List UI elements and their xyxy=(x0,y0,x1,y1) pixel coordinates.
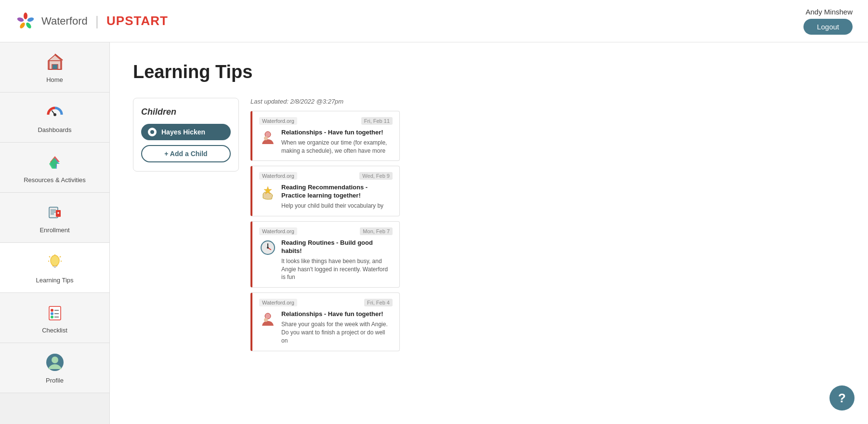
page-title: Learning Tips xyxy=(133,62,845,82)
user-name: Andy Minshew xyxy=(805,8,853,16)
tip-card[interactable]: Waterford.org Wed, Feb 9 Reading Recomme… xyxy=(250,166,400,216)
tip-source: Waterford.org xyxy=(259,172,297,180)
tip-body: Reading Routines - Build good habits! It… xyxy=(259,239,393,281)
sidebar-item-checklist-label: Checklist xyxy=(42,327,67,334)
tip-card-header: Waterford.org Fri, Feb 11 xyxy=(259,117,393,125)
svg-point-36 xyxy=(264,136,268,140)
help-button[interactable]: ? xyxy=(829,385,855,411)
sidebar-item-home-label: Home xyxy=(46,76,63,83)
enrollment-icon xyxy=(44,201,66,223)
waterford-logo-icon xyxy=(15,11,36,31)
tip-card-header: Waterford.org Wed, Feb 9 xyxy=(259,172,393,180)
sidebar-item-enrollment[interactable]: Enrollment xyxy=(0,193,109,243)
sidebar-item-profile[interactable]: Profile xyxy=(0,343,109,393)
profile-icon xyxy=(44,352,66,373)
header: Waterford | UPSTART Andy Minshew Logout xyxy=(0,0,868,42)
tip-text-area: Reading Routines - Build good habits! It… xyxy=(281,239,393,281)
tip-icon xyxy=(259,129,276,146)
sidebar-item-learning-tips[interactable]: Learning Tips xyxy=(0,243,109,293)
tip-text-area: Relationships - Have fun together! When … xyxy=(281,129,393,155)
svg-point-0 xyxy=(24,13,27,19)
sidebar-item-resources[interactable]: Resources & Activities xyxy=(0,143,109,193)
header-right: Andy Minshew Logout xyxy=(803,8,853,35)
sidebar-item-profile-label: Profile xyxy=(46,377,64,384)
main-content: Learning Tips Children Hayes Hicken + Ad… xyxy=(110,42,868,424)
tip-title: Relationships - Have fun together! xyxy=(281,129,393,137)
tip-card[interactable]: Waterford.org Fri, Feb 11 Relationships … xyxy=(250,111,400,161)
sidebar-item-dashboards-label: Dashboards xyxy=(38,126,71,133)
svg-point-1 xyxy=(27,16,35,22)
svg-point-18 xyxy=(51,255,59,266)
svg-point-43 xyxy=(264,318,268,322)
tip-body: Relationships - Have fun together! Share… xyxy=(259,310,393,344)
child-name: Hayes Hicken xyxy=(161,128,205,136)
tip-card-header: Waterford.org Fri, Feb 4 xyxy=(259,299,393,306)
logo-area: Waterford | UPSTART xyxy=(15,11,168,31)
tip-date: Fri, Feb 4 xyxy=(364,299,393,306)
tip-preview: Help your child build their vocabulary b… xyxy=(281,202,393,210)
learning-tips-icon xyxy=(44,252,66,273)
svg-line-22 xyxy=(49,256,50,257)
sidebar-item-dashboards[interactable]: Dashboards xyxy=(0,93,109,143)
tip-title: Relationships - Have fun together! xyxy=(281,310,393,318)
tip-title: Reading Routines - Build good habits! xyxy=(281,239,393,255)
add-child-button[interactable]: + Add a Child xyxy=(141,145,231,162)
tip-text-area: Relationships - Have fun together! Share… xyxy=(281,310,393,344)
sidebar-item-resources-label: Resources & Activities xyxy=(24,176,86,184)
child-item-hayes[interactable]: Hayes Hicken xyxy=(141,124,231,140)
children-panel-title: Children xyxy=(141,107,231,117)
svg-point-31 xyxy=(51,316,53,318)
resources-icon xyxy=(44,151,66,172)
tip-body: Reading Recommendations - Practice learn… xyxy=(259,184,393,210)
tip-source: Waterford.org xyxy=(259,117,297,125)
tip-preview: Share your goals for the week with Angie… xyxy=(281,320,393,344)
svg-point-34 xyxy=(52,357,58,363)
checklist-icon xyxy=(44,302,66,323)
tip-icon xyxy=(259,184,276,201)
svg-point-29 xyxy=(51,312,53,315)
content-area: Children Hayes Hicken + Add a Child Last… xyxy=(133,98,845,356)
sidebar: Home Dashboards xyxy=(0,42,110,424)
sidebar-item-checklist[interactable]: Checklist xyxy=(0,293,109,343)
svg-line-23 xyxy=(60,256,61,257)
svg-point-10 xyxy=(53,113,56,116)
sidebar-item-enrollment-label: Enrollment xyxy=(39,226,69,234)
logo-waterford-text: Waterford xyxy=(41,15,88,27)
tip-date: Wed, Feb 9 xyxy=(359,172,393,180)
tip-source: Waterford.org xyxy=(259,299,297,306)
tip-title: Reading Recommendations - Practice learn… xyxy=(281,184,393,200)
tip-source: Waterford.org xyxy=(259,227,297,235)
tip-date: Fri, Feb 11 xyxy=(361,117,393,125)
home-icon xyxy=(44,51,66,72)
child-radio-inner xyxy=(150,130,154,134)
tip-card[interactable]: Waterford.org Mon, Feb 7 Reading Routine… xyxy=(250,221,400,288)
tip-body: Relationships - Have fun together! When … xyxy=(259,129,393,155)
tip-card-header: Waterford.org Mon, Feb 7 xyxy=(259,227,393,235)
sidebar-item-learning-tips-label: Learning Tips xyxy=(36,277,73,284)
sidebar-item-home[interactable]: Home xyxy=(0,42,109,93)
main-layout: Home Dashboards xyxy=(0,42,868,424)
tip-card[interactable]: Waterford.org Fri, Feb 4 Relationships -… xyxy=(250,292,400,351)
logout-button[interactable]: Logout xyxy=(803,19,853,35)
tip-preview: When we organize our time (for example, … xyxy=(281,139,393,155)
svg-point-2 xyxy=(25,21,32,29)
tips-container: Waterford.org Fri, Feb 11 Relationships … xyxy=(250,111,845,351)
svg-point-27 xyxy=(51,309,53,312)
tip-date: Mon, Feb 7 xyxy=(360,227,393,235)
children-panel: Children Hayes Hicken + Add a Child xyxy=(133,98,239,172)
tip-icon xyxy=(259,310,276,328)
logo-divider: | xyxy=(95,13,99,29)
svg-point-3 xyxy=(19,21,26,29)
svg-rect-6 xyxy=(53,65,57,69)
child-radio xyxy=(148,128,157,136)
tip-text-area: Reading Recommendations - Practice learn… xyxy=(281,184,393,210)
logo-upstart-text: UPSTART xyxy=(106,13,168,28)
last-updated: Last updated: 2/8/2022 @3:27pm xyxy=(250,98,845,105)
svg-point-4 xyxy=(17,16,25,22)
tip-icon xyxy=(259,239,276,256)
svg-point-41 xyxy=(267,247,269,249)
tip-preview: It looks like things have been busy, and… xyxy=(281,257,393,281)
dashboards-icon xyxy=(44,101,66,122)
tips-feed: Last updated: 2/8/2022 @3:27pm Waterford… xyxy=(250,98,845,356)
